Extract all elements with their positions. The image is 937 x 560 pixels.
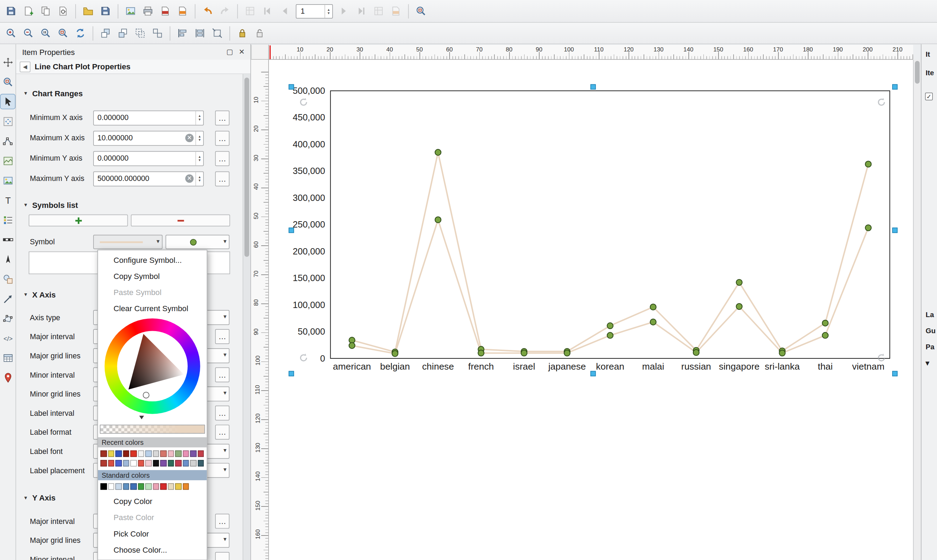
add-north-arrow-tool-button[interactable] <box>1 252 15 266</box>
select-move-item-tool-button[interactable] <box>1 94 15 109</box>
add-arrow-tool-button[interactable] <box>1 292 15 306</box>
page-spin-buttons[interactable]: ▴▾ <box>325 5 332 18</box>
resize-handle[interactable] <box>590 84 595 89</box>
panel-scrollbar[interactable] <box>243 74 250 560</box>
open-folder-button[interactable] <box>80 2 97 20</box>
marker-symbol-dropdown[interactable]: ▾ <box>166 235 230 249</box>
color-swatch[interactable] <box>175 483 181 490</box>
color-swatch[interactable] <box>138 451 144 457</box>
raise-items-button[interactable] <box>97 25 114 42</box>
zoom-out-button[interactable] <box>20 25 37 42</box>
zoom-in-button[interactable] <box>2 25 20 42</box>
remove-symbol-button[interactable] <box>131 215 230 226</box>
layout-canvas[interactable] <box>269 60 913 560</box>
spin-buttons[interactable]: ▴▾ <box>196 111 203 125</box>
saturation-triangle[interactable] <box>117 331 187 401</box>
color-swatch[interactable] <box>145 483 152 490</box>
save-layout-button[interactable] <box>97 2 114 20</box>
data-defined-button[interactable]: … <box>215 329 230 344</box>
color-swatch[interactable] <box>175 451 181 457</box>
zoom-actual-button[interactable] <box>37 25 54 42</box>
add-shape-tool-button[interactable] <box>1 272 15 286</box>
color-swatch[interactable] <box>130 483 137 490</box>
color-swatch[interactable] <box>168 483 174 490</box>
line-symbol-dropdown[interactable]: ▾ <box>93 235 162 249</box>
alpha-slider-marker[interactable] <box>139 416 144 419</box>
clear-value-icon[interactable]: ✕ <box>185 174 194 183</box>
spin-buttons[interactable]: ▴▾ <box>196 152 203 165</box>
canvas-scrollbar[interactable] <box>913 60 921 560</box>
add-html-tool-button[interactable]: </> <box>1 331 15 345</box>
lower-items-button[interactable] <box>114 25 131 42</box>
spin-buttons[interactable]: ▴▾ <box>196 131 203 145</box>
scrollbar-thumb[interactable] <box>915 61 920 84</box>
page-number-field[interactable]: 1▴▾ <box>296 4 333 18</box>
resize-handle[interactable] <box>590 371 595 376</box>
color-swatch[interactable] <box>123 483 129 490</box>
color-swatch[interactable] <box>168 451 174 457</box>
pan-layout-tool-button[interactable] <box>1 55 15 69</box>
resize-items-button[interactable] <box>209 25 226 42</box>
resize-handle[interactable] <box>892 227 897 232</box>
zoom-tool-tool-button[interactable] <box>1 75 15 89</box>
group-items-button[interactable] <box>131 25 148 42</box>
color-swatch[interactable] <box>197 460 204 466</box>
add-marker-tool-button[interactable] <box>1 370 15 385</box>
layout-manager-button[interactable] <box>54 2 71 20</box>
data-defined-button[interactable]: … <box>215 406 230 421</box>
color-swatch[interactable] <box>197 451 204 457</box>
resize-handle[interactable] <box>892 84 897 89</box>
color-swatch[interactable] <box>115 460 122 466</box>
float-panel-button[interactable]: ▢ <box>225 47 235 57</box>
color-swatch[interactable] <box>175 460 181 466</box>
scrollbar-thumb[interactable] <box>244 78 249 257</box>
spin-buttons[interactable]: ▴▾ <box>196 172 203 186</box>
new-layout-button[interactable] <box>20 2 37 20</box>
export-pdf-button[interactable] <box>157 2 174 20</box>
color-marker[interactable] <box>143 392 149 398</box>
color-swatch[interactable] <box>115 451 122 457</box>
resize-handle[interactable] <box>892 371 897 376</box>
undo-button[interactable] <box>199 2 216 20</box>
color-swatch[interactable] <box>130 451 137 457</box>
value-field-minimum-y-axis[interactable]: 0.000000▴▾ <box>93 151 204 166</box>
color-swatch[interactable] <box>160 451 166 457</box>
data-defined-button[interactable]: … <box>215 514 230 529</box>
color-swatch[interactable] <box>153 451 159 457</box>
unlock-items-button[interactable] <box>251 25 268 42</box>
data-defined-button[interactable]: … <box>215 425 230 440</box>
value-field-minimum-x-axis[interactable]: 0.000000▴▾ <box>93 110 204 125</box>
data-defined-button[interactable]: … <box>215 552 230 560</box>
lock-items-button[interactable] <box>234 25 251 42</box>
add-attribute-table-tool-button[interactable] <box>1 351 15 365</box>
color-swatch[interactable] <box>160 460 166 466</box>
menu-item-clear-current-symbol[interactable]: Clear Current Symbol <box>98 300 207 316</box>
color-swatch[interactable] <box>108 483 114 490</box>
zoom-region-button[interactable] <box>413 2 430 20</box>
color-wheel[interactable] <box>105 318 200 414</box>
color-swatch[interactable] <box>123 451 129 457</box>
section-symbols-list[interactable]: ▼Symbols list <box>16 198 243 212</box>
section-chart-ranges[interactable]: ▼Chart Ranges <box>16 86 243 100</box>
back-button[interactable]: ◀ <box>20 61 31 72</box>
resize-handle[interactable] <box>288 227 293 232</box>
color-swatch[interactable] <box>115 483 122 490</box>
duplicate-layout-button[interactable] <box>37 2 54 20</box>
add-label-tool-button[interactable]: T <box>1 193 15 207</box>
color-swatch[interactable] <box>153 460 159 466</box>
alpha-slider[interactable] <box>100 425 205 434</box>
menu-item-copy-symbol[interactable]: Copy Symbol <box>98 268 207 284</box>
data-defined-button[interactable]: … <box>215 151 230 166</box>
distribute-items-button[interactable] <box>191 25 208 42</box>
menu-item-copy-color[interactable]: Copy Color <box>98 494 207 509</box>
value-field-maximum-x-axis[interactable]: 10.000000✕▴▾ <box>93 131 204 146</box>
clear-value-icon[interactable]: ✕ <box>185 134 194 142</box>
data-defined-button[interactable]: … <box>215 110 230 125</box>
move-item-content-tool-button[interactable] <box>1 114 15 128</box>
menu-item-configure-symbol[interactable]: Configure Symbol... <box>98 252 207 268</box>
color-swatch[interactable] <box>138 460 144 466</box>
edit-nodes-item-tool-button[interactable] <box>1 134 15 148</box>
color-swatch[interactable] <box>160 483 166 490</box>
data-defined-button[interactable]: … <box>215 171 230 186</box>
align-items-button[interactable] <box>174 25 191 42</box>
